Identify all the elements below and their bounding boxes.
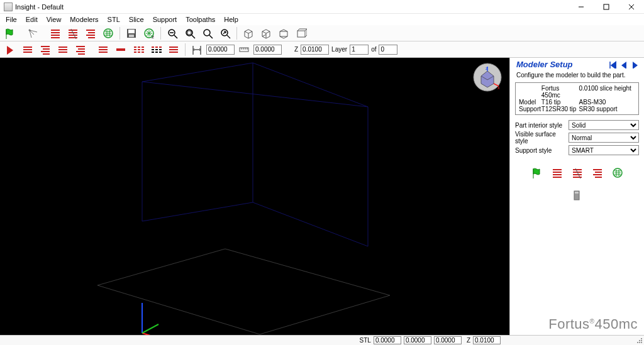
view-cube2-icon[interactable] (258, 26, 274, 40)
z-input[interactable] (301, 45, 329, 55)
hatch-z-icon[interactable] (141, 26, 157, 40)
menu-view[interactable]: View (42, 15, 66, 24)
support-style-label: Support style (515, 147, 569, 154)
info-support-lbl: Support (519, 106, 541, 112)
menu-bar: File Edit View Modelers STL Slice Suppor… (0, 14, 644, 25)
menu-file[interactable]: File (1, 15, 21, 24)
minimize-button[interactable] (569, 0, 594, 14)
menu-support[interactable]: Support (148, 15, 182, 24)
layer-label: Layer (330, 46, 348, 53)
panel-next-button[interactable] (629, 59, 640, 69)
part-interior-label: Part interior style (515, 122, 569, 129)
panel-first-button[interactable] (606, 59, 618, 69)
bar-icon[interactable] (113, 43, 129, 57)
panel-flag-icon[interactable] (529, 165, 545, 180)
app-icon (4, 3, 13, 11)
info-blank (519, 85, 541, 99)
3d-viewport[interactable]: z x (0, 58, 509, 335)
lines-e-icon[interactable] (95, 43, 111, 57)
info-model-mat: ABS-M30 (579, 99, 635, 106)
modeler-info-box: Fortus 450mc0.0100 slice height ModelT16… (515, 82, 639, 115)
caliper-icon[interactable] (189, 43, 205, 57)
hatch-icon[interactable] (100, 26, 116, 40)
view-cube3-icon[interactable] (275, 26, 292, 40)
main-toolbar (0, 25, 644, 41)
info-model-tip: T16 tip (541, 99, 579, 106)
slice-lines2-icon[interactable] (82, 26, 99, 40)
lines-b-icon[interactable] (37, 43, 53, 57)
menu-modelers[interactable]: Modelers (65, 15, 103, 24)
dash-b-icon[interactable] (148, 43, 164, 57)
info-printer: Fortus 450mc (541, 85, 579, 99)
secondary-toolbar: Z Layer of (0, 41, 644, 58)
menu-help[interactable]: Help (219, 15, 243, 24)
orient-icon[interactable] (25, 26, 41, 40)
resize-grip-icon[interactable] (635, 336, 644, 345)
status-stl-label: STL (357, 337, 374, 344)
zoom-minus-icon[interactable] (164, 26, 180, 40)
lines-a-icon[interactable] (19, 43, 36, 57)
modeler-setup-panel: Modeler Setup Configure the modeler to b… (509, 58, 644, 335)
save-icon[interactable] (123, 26, 140, 40)
zoom-fit-icon[interactable] (182, 26, 198, 40)
info-slice-height: 0.0100 slice height (579, 85, 635, 99)
menu-edit[interactable]: Edit (21, 15, 42, 24)
status-v1: 0.0000 (374, 336, 401, 344)
branding: Fortus®450mc (510, 311, 644, 335)
panel-subtitle: Configure the modeler to build the part. (510, 70, 644, 81)
info-support-mat: SR30 support (579, 106, 635, 112)
panel-box-icon[interactable] (569, 188, 586, 203)
layer-of: of (370, 46, 377, 53)
window-title: Insight - Default (15, 3, 569, 11)
panel-prev-button[interactable] (618, 59, 629, 69)
toolbar-sep (236, 27, 237, 40)
visible-surface-select[interactable]: Normal (569, 133, 639, 143)
coord2-input[interactable] (253, 45, 282, 55)
maximize-button[interactable] (594, 0, 619, 14)
panel-action-icons (510, 159, 644, 203)
status-v2: 0.0000 (404, 336, 431, 344)
status-bar: STL 0.0000 0.0000 0.0000 Z 0.0100 (0, 335, 644, 345)
build-volume-wireframe (0, 58, 509, 335)
lines-c-icon[interactable] (55, 43, 71, 57)
status-v3: 0.0000 (434, 336, 462, 344)
ruler-icon[interactable] (236, 43, 252, 57)
play-icon[interactable] (2, 43, 18, 57)
menu-slice[interactable]: Slice (125, 15, 148, 24)
info-model-lbl: Model (519, 99, 541, 106)
zoom-icon[interactable] (199, 26, 216, 40)
toolbar-sep (119, 27, 120, 40)
panel-title: Modeler Setup (516, 60, 606, 69)
status-zv: 0.0100 (473, 336, 501, 344)
part-interior-select[interactable]: Solid (569, 120, 639, 130)
toolbar-sep (160, 27, 161, 40)
support-style-select[interactable]: SMART (569, 145, 639, 155)
layer-total-input[interactable] (379, 45, 397, 55)
panel-hatch-icon[interactable] (609, 165, 626, 180)
panel-cut-icon[interactable] (569, 165, 586, 180)
layer-input[interactable] (350, 45, 369, 55)
svg-rect-18 (604, 4, 609, 9)
svg-line-20 (142, 333, 171, 335)
dash-a-icon[interactable] (130, 43, 147, 57)
svg-text:x: x (497, 85, 500, 90)
lines-d-icon[interactable] (72, 43, 89, 57)
toolbar-sep (185, 43, 186, 56)
slice-cut-icon[interactable] (65, 26, 81, 40)
close-button[interactable] (619, 0, 644, 14)
view-cube1-icon[interactable] (240, 26, 257, 40)
menu-stl[interactable]: STL (103, 15, 125, 24)
view-cube-gizmo[interactable]: z x (472, 62, 503, 93)
lines-f-icon[interactable] (165, 43, 182, 57)
panel-lines2-icon[interactable] (589, 165, 606, 180)
slice-lines-icon[interactable] (47, 26, 64, 40)
menu-toolpaths[interactable]: Toolpaths (181, 15, 219, 24)
z-label: Z (293, 46, 299, 53)
info-support-tip: T12SR30 tip (541, 106, 579, 112)
view-cube4-icon[interactable] (293, 26, 309, 40)
flag-icon[interactable] (2, 26, 18, 40)
panel-lines-icon[interactable] (549, 165, 565, 180)
zoom-arrow-icon[interactable] (217, 26, 233, 40)
visible-surface-label: Visible surface style (515, 131, 569, 145)
coord1-input[interactable] (206, 45, 235, 55)
